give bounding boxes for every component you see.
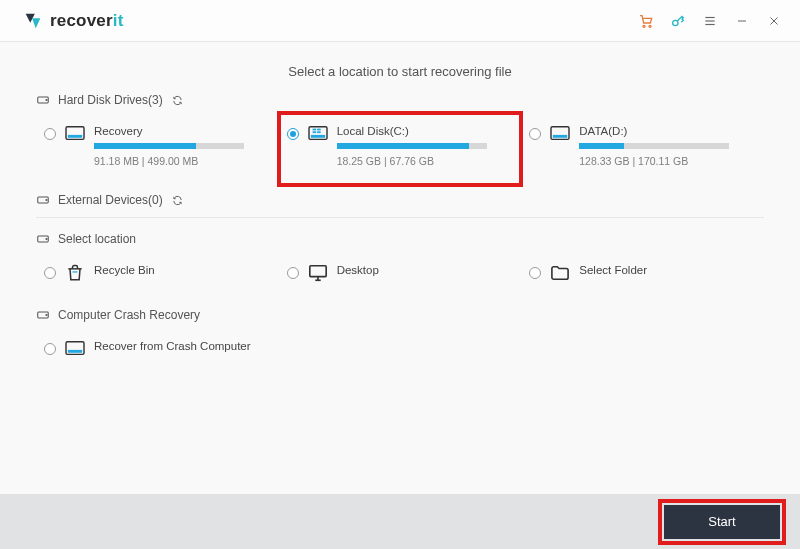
svg-rect-27 (73, 271, 78, 272)
crash-recovery-item[interactable]: Recover from Crash Computer (42, 334, 273, 364)
location-select-folder[interactable]: Select Folder (527, 258, 758, 288)
radio[interactable] (287, 128, 299, 140)
cart-icon[interactable] (638, 13, 654, 29)
svg-rect-17 (312, 129, 316, 131)
radio[interactable] (529, 128, 541, 140)
drive-icon (64, 125, 86, 143)
usage-bar (94, 143, 244, 149)
drive-usage: 128.33 GB | 170.11 GB (579, 155, 752, 167)
title-bar: recoverit (0, 0, 800, 42)
divider (36, 217, 764, 218)
svg-rect-16 (310, 135, 324, 138)
hdd-section-icon (36, 93, 50, 107)
app-name: recoverit (50, 11, 124, 31)
highlight-start: Start (660, 501, 784, 543)
recycle-bin-icon (64, 264, 86, 282)
external-section-icon (36, 193, 50, 207)
menu-icon[interactable] (702, 13, 718, 29)
svg-point-3 (649, 25, 651, 27)
svg-point-32 (46, 314, 47, 315)
radio[interactable] (44, 343, 56, 355)
svg-rect-14 (68, 135, 82, 138)
drive-name: Recovery (94, 125, 267, 137)
svg-rect-22 (553, 135, 567, 138)
location-name: Recycle Bin (94, 264, 155, 276)
section-external-devices: External Devices(0) (36, 193, 764, 207)
svg-rect-34 (68, 350, 82, 353)
folder-icon (549, 264, 571, 282)
radio[interactable] (44, 267, 56, 279)
page-title: Select a location to start recovering fi… (36, 64, 764, 79)
svg-point-26 (46, 238, 47, 239)
drive-icon (549, 125, 571, 143)
location-name: Select Folder (579, 264, 647, 276)
main-content: Select a location to start recovering fi… (0, 42, 800, 376)
refresh-icon[interactable] (171, 193, 185, 207)
title-actions (638, 13, 782, 29)
locations-row: Recycle Bin Desktop Select Folder (36, 252, 764, 300)
logo-icon (22, 10, 44, 32)
svg-rect-18 (317, 129, 321, 131)
footer-bar: Start (0, 494, 800, 549)
desktop-icon (307, 264, 329, 282)
drives-row: Recovery 91.18 MB | 499.00 MB Local Disk… (36, 113, 764, 185)
crash-section-icon (36, 308, 50, 322)
crash-row: Recover from Crash Computer (36, 328, 764, 376)
drive-item-local-disk-c[interactable]: Local Disk(C:) 18.25 GB | 67.76 GB (285, 119, 516, 173)
svg-rect-20 (317, 131, 321, 133)
drive-usage: 91.18 MB | 499.00 MB (94, 155, 267, 167)
svg-point-12 (46, 99, 47, 100)
section-label: External Devices(0) (58, 193, 163, 207)
close-icon[interactable] (766, 13, 782, 29)
location-name: Desktop (337, 264, 379, 276)
section-label: Computer Crash Recovery (58, 308, 200, 322)
highlight-local-disk: Local Disk(C:) 18.25 GB | 67.76 GB (279, 113, 522, 185)
radio[interactable] (287, 267, 299, 279)
section-crash-recovery: Computer Crash Recovery (36, 308, 764, 322)
drive-usage: 18.25 GB | 67.76 GB (337, 155, 510, 167)
radio[interactable] (44, 128, 56, 140)
drive-item-recovery[interactable]: Recovery 91.18 MB | 499.00 MB (42, 119, 273, 173)
svg-marker-1 (32, 18, 40, 28)
refresh-icon[interactable] (171, 93, 185, 107)
drive-name: Local Disk(C:) (337, 125, 510, 137)
section-label: Hard Disk Drives(3) (58, 93, 163, 107)
location-section-icon (36, 232, 50, 246)
svg-rect-28 (309, 266, 325, 277)
radio[interactable] (529, 267, 541, 279)
location-recycle-bin[interactable]: Recycle Bin (42, 258, 273, 288)
drive-windows-icon (307, 125, 329, 143)
minimize-icon[interactable] (734, 13, 750, 29)
start-button[interactable]: Start (664, 505, 780, 539)
svg-point-4 (673, 20, 678, 25)
drive-item-data-d[interactable]: DATA(D:) 128.33 GB | 170.11 GB (527, 119, 758, 173)
section-select-location: Select location (36, 232, 764, 246)
svg-point-24 (46, 199, 47, 200)
usage-bar (337, 143, 487, 149)
usage-bar (579, 143, 729, 149)
crash-item-name: Recover from Crash Computer (94, 340, 251, 352)
drive-icon (64, 340, 86, 358)
svg-point-2 (643, 25, 645, 27)
section-hard-disk-drives: Hard Disk Drives(3) (36, 93, 764, 107)
section-label: Select location (58, 232, 136, 246)
location-desktop[interactable]: Desktop (285, 258, 516, 288)
key-icon[interactable] (670, 13, 686, 29)
drive-name: DATA(D:) (579, 125, 752, 137)
app-logo: recoverit (22, 10, 124, 32)
svg-rect-19 (312, 131, 316, 133)
